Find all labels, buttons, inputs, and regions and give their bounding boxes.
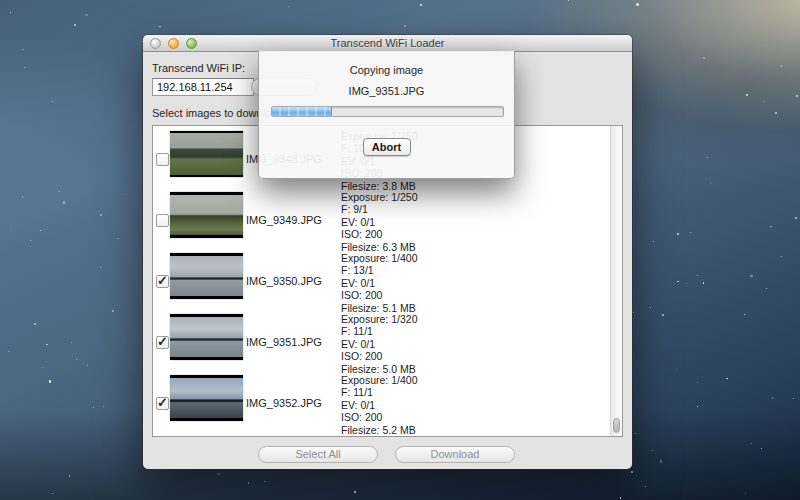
image-thumbnail — [170, 192, 243, 238]
image-filename: IMG_9349.JPG — [246, 214, 322, 226]
wifi-ip-input[interactable] — [152, 78, 254, 96]
image-thumbnail — [170, 253, 243, 299]
minimize-button[interactable] — [168, 38, 179, 49]
image-checkbox[interactable] — [156, 397, 169, 410]
download-button[interactable]: Download — [395, 446, 515, 463]
close-button[interactable] — [150, 38, 161, 49]
scrollbar-thumb[interactable] — [613, 418, 620, 433]
image-checkbox[interactable] — [156, 153, 169, 166]
scrollbar-track[interactable] — [610, 126, 622, 436]
image-exif: Exposure: 1/400F: 13/1EV: 0/1ISO: 200Fil… — [341, 252, 417, 314]
image-filename: IMG_9350.JPG — [246, 275, 322, 287]
zoom-button[interactable] — [186, 38, 197, 49]
image-checkbox[interactable] — [156, 336, 169, 349]
list-item: IMG_9350.JPGExposure: 1/400F: 13/1EV: 0/… — [153, 251, 610, 312]
image-checkbox[interactable] — [156, 275, 169, 288]
list-item: IMG_9352.JPGExposure: 1/400F: 11/1EV: 0/… — [153, 373, 610, 434]
progress-bar — [271, 106, 504, 117]
image-filename: IMG_9352.JPG — [246, 397, 322, 409]
copying-dialog: Copying image IMG_9351.JPG Abort — [258, 51, 515, 179]
image-thumbnail — [170, 375, 243, 421]
image-checkbox[interactable] — [156, 214, 169, 227]
image-thumbnail — [170, 314, 243, 360]
progress-fill — [272, 107, 332, 116]
image-exif: Exposure: 1/320F: 11/1EV: 0/1ISO: 200Fil… — [341, 313, 417, 375]
image-thumbnail — [170, 131, 243, 177]
ip-label: Transcend WiFi IP: — [152, 62, 245, 74]
list-item: IMG_9349.JPGExposure: 1/250F: 9/1EV: 0/1… — [153, 190, 610, 251]
dialog-filename: IMG_9351.JPG — [259, 85, 514, 97]
list-item: IMG_9351.JPGExposure: 1/320F: 11/1EV: 0/… — [153, 312, 610, 373]
window-titlebar[interactable]: Transcend WiFi Loader — [143, 35, 632, 52]
dialog-title: Copying image — [259, 64, 514, 76]
select-all-button[interactable]: Select All — [258, 446, 378, 463]
window-title: Transcend WiFi Loader — [143, 35, 632, 51]
image-exif: Exposure: 1/400F: 11/1EV: 0/1ISO: 200Fil… — [341, 374, 417, 436]
image-filename: IMG_9351.JPG — [246, 336, 322, 348]
image-exif: Exposure: 1/250F: 9/1EV: 0/1ISO: 200File… — [341, 191, 417, 253]
abort-button[interactable]: Abort — [363, 138, 411, 156]
